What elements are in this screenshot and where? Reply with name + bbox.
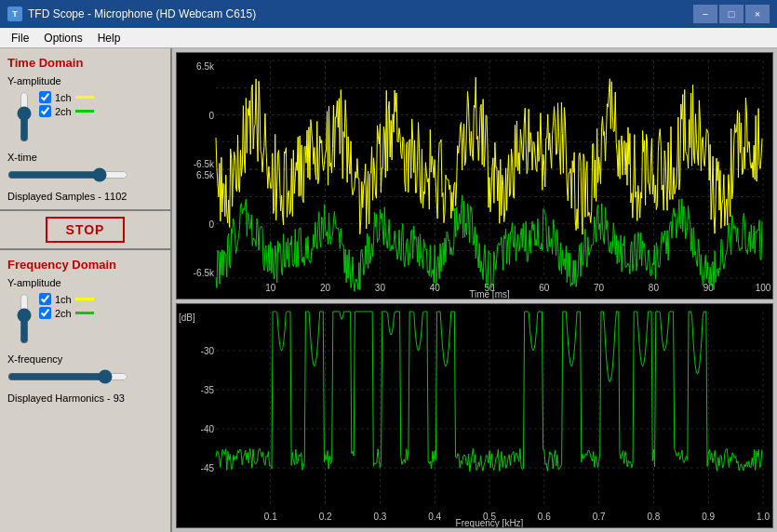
- time-domain-chart: [176, 52, 773, 299]
- time-y-amplitude-label: Y-amplitude: [7, 75, 163, 86]
- time-x-time-slider[interactable]: [7, 166, 128, 184]
- freq-ch1-label: 1ch: [55, 294, 72, 305]
- time-y-amplitude-slider[interactable]: [15, 91, 33, 142]
- time-x-time-label: X-time: [7, 152, 163, 163]
- time-domain-canvas: [177, 53, 772, 299]
- freq-ch1-checkbox[interactable]: [39, 293, 51, 305]
- charts-panel: [172, 48, 777, 532]
- freq-ch2-row: 2ch: [39, 307, 163, 319]
- freq-y-slider-area: [15, 293, 33, 344]
- frequency-domain-section: Frequency Domain Y-amplitude 1ch 2ch: [0, 250, 170, 532]
- time-ch2-row: 2ch: [39, 105, 163, 117]
- time-ch2-color: [75, 110, 94, 113]
- close-button[interactable]: ×: [745, 5, 770, 23]
- window-title: TFD Scope - Microphone (HD Webcam C615): [28, 7, 256, 20]
- freq-ch1-row: 1ch: [39, 293, 163, 305]
- time-y-slider-area: [15, 91, 33, 142]
- menu-bar: File Options Help: [0, 28, 777, 48]
- time-domain-section: Time Domain Y-amplitude 1ch 2ch: [0, 48, 170, 211]
- app-icon: T: [7, 7, 22, 21]
- time-displayed-samples: Displayed Samples - 1102: [7, 191, 163, 202]
- maximize-button[interactable]: □: [719, 5, 744, 23]
- menu-options[interactable]: Options: [36, 30, 89, 47]
- stop-button[interactable]: STOP: [46, 217, 126, 243]
- frequency-domain-canvas: [177, 304, 772, 527]
- time-ch1-row: 1ch: [39, 91, 163, 103]
- window-controls: − □ ×: [693, 5, 770, 23]
- freq-ch2-color: [75, 312, 94, 314]
- freq-ch1-color: [75, 298, 94, 300]
- title-bar-left: T TFD Scope - Microphone (HD Webcam C615…: [7, 7, 256, 21]
- time-ch1-checkbox[interactable]: [39, 91, 51, 103]
- freq-ch2-label: 2ch: [55, 308, 72, 319]
- time-ch1-color: [75, 96, 94, 99]
- minimize-button[interactable]: −: [693, 5, 717, 23]
- left-panel: Time Domain Y-amplitude 1ch 2ch: [0, 48, 172, 532]
- title-bar: T TFD Scope - Microphone (HD Webcam C615…: [0, 0, 777, 28]
- freq-ch2-checkbox[interactable]: [39, 307, 51, 319]
- freq-y-amplitude-slider[interactable]: [15, 293, 33, 344]
- main-content: Time Domain Y-amplitude 1ch 2ch: [0, 48, 777, 532]
- menu-help[interactable]: Help: [90, 30, 128, 47]
- freq-x-frequency-label: X-frequency: [7, 353, 163, 365]
- time-ch1-label: 1ch: [55, 92, 72, 103]
- freq-y-amplitude-label: Y-amplitude: [7, 277, 163, 288]
- frequency-domain-chart: [176, 303, 773, 528]
- time-domain-title: Time Domain: [7, 56, 163, 70]
- freq-x-frequency-slider[interactable]: [7, 367, 128, 386]
- freq-displayed-harmonics: Displayed Harmonics - 93: [7, 392, 163, 404]
- menu-file[interactable]: File: [4, 30, 36, 47]
- stop-button-container: STOP: [0, 211, 170, 250]
- time-ch2-checkbox[interactable]: [39, 105, 51, 117]
- time-ch2-label: 2ch: [55, 106, 72, 117]
- frequency-domain-title: Frequency Domain: [7, 258, 163, 272]
